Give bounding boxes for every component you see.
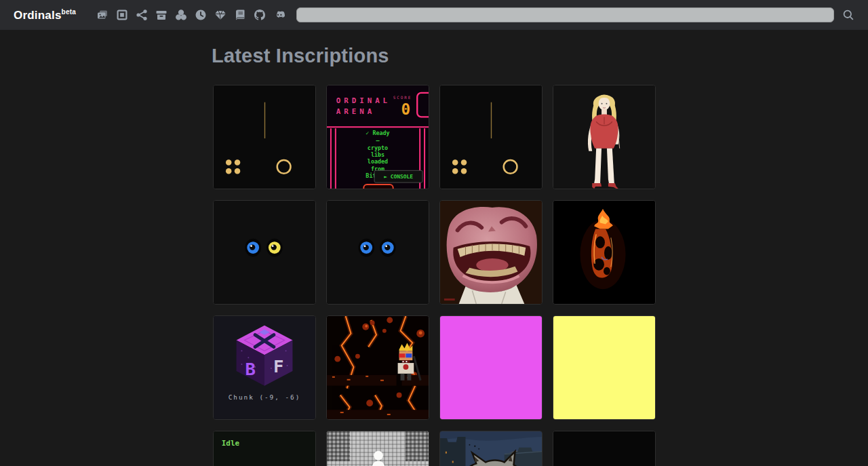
inscription-thumb-eyes-blue-yellow[interactable] — [213, 200, 316, 305]
book-icon[interactable] — [234, 9, 246, 21]
header-nav — [96, 9, 285, 21]
clock-icon[interactable] — [195, 9, 207, 21]
idle-terminal-art: Idle — [214, 431, 315, 466]
search-input[interactable] — [296, 7, 834, 22]
page-title: Latest Inscriptions — [212, 45, 656, 67]
svg-text:► CONSOLE: ► CONSOLE — [384, 174, 413, 180]
inscription-thumb-checkered[interactable] — [326, 431, 429, 466]
svg-text:libs: libs — [370, 151, 384, 158]
svg-text:Chunk (-9, -6): Chunk (-9, -6) — [228, 393, 300, 401]
svg-text:✓ Ready: ✓ Ready — [366, 130, 389, 136]
svg-text:Idle: Idle — [221, 439, 239, 448]
svg-text:ARENA: ARENA — [336, 107, 374, 116]
inscription-thumb-pong-2[interactable] — [439, 85, 542, 189]
solid-yellow-art — [553, 316, 655, 419]
github-icon[interactable] — [254, 9, 266, 21]
frog-painting-art — [440, 201, 542, 304]
frame-icon[interactable] — [116, 9, 128, 21]
inscription-thumb-flame-figure[interactable] — [553, 200, 656, 305]
inscription-thumb-idle[interactable]: Idle — [213, 431, 316, 466]
svg-text:SCORE: SCORE — [393, 96, 412, 100]
svg-text:B: B — [245, 359, 255, 379]
black-art — [553, 431, 655, 466]
inscription-thumb-eyes-blue-blue[interactable] — [326, 200, 429, 305]
inscription-thumb-solid-yellow[interactable] — [553, 315, 656, 420]
inscription-thumb-pong-1[interactable] — [213, 85, 316, 189]
search-icon[interactable] — [842, 9, 854, 21]
main-content: Latest Inscriptions ORDINAL ARENA SCORE — [0, 45, 868, 466]
ordinal-arena-art: ORDINAL ARENA SCORE 0 ✓ Ready — crypto l… — [327, 85, 429, 189]
circles-cluster-icon[interactable] — [175, 9, 187, 21]
inscription-thumb-chunk-cube[interactable]: B F Chunk (-9, -6) — [213, 315, 316, 420]
logo-text: Ordinals — [14, 8, 62, 21]
night-cat-art — [440, 431, 542, 466]
inscriptions-grid: ORDINAL ARENA SCORE 0 ✓ Ready — crypto l… — [213, 85, 656, 466]
inscription-thumb-frog[interactable] — [439, 200, 542, 305]
solid-magenta-art — [440, 316, 542, 419]
inscription-thumb-woman[interactable] — [553, 85, 656, 189]
person-silhouette — [327, 431, 429, 466]
woman-red-dress-art — [553, 85, 655, 189]
box-archive-icon[interactable] — [155, 9, 167, 21]
share-nodes-icon[interactable] — [136, 9, 148, 21]
ordinals-logo[interactable]: Ordinalsbeta — [14, 8, 76, 22]
svg-text:ORDINAL: ORDINAL — [336, 96, 390, 105]
inscription-thumb-black[interactable] — [553, 431, 656, 466]
pong-game-art — [440, 85, 542, 189]
inscription-thumb-ordinal-arena[interactable]: ORDINAL ARENA SCORE 0 ✓ Ready — crypto l… — [326, 85, 429, 189]
lightning-scene-art — [327, 316, 429, 419]
eyes-art — [214, 201, 315, 304]
beta-badge: beta — [62, 8, 76, 16]
discord-icon[interactable] — [273, 9, 285, 21]
top-bar: Ordinalsbeta — [0, 0, 868, 30]
inscription-thumb-solid-magenta[interactable] — [439, 315, 542, 420]
eyes-art — [327, 201, 429, 304]
svg-text:F: F — [273, 356, 283, 376]
svg-text:loaded: loaded — [367, 158, 387, 165]
flame-figure-art — [553, 201, 655, 304]
inscription-thumb-lightning[interactable] — [326, 315, 429, 420]
gem-icon[interactable] — [214, 9, 226, 21]
chunk-cube-art: B F Chunk (-9, -6) — [214, 316, 315, 419]
images-icon[interactable] — [96, 9, 108, 21]
pong-game-art — [214, 85, 315, 189]
console-button[interactable]: ► CONSOLE — [374, 170, 422, 182]
inscription-thumb-night-cat[interactable] — [439, 431, 542, 466]
svg-text:0: 0 — [401, 100, 410, 118]
svg-text:crypto: crypto — [367, 144, 387, 151]
